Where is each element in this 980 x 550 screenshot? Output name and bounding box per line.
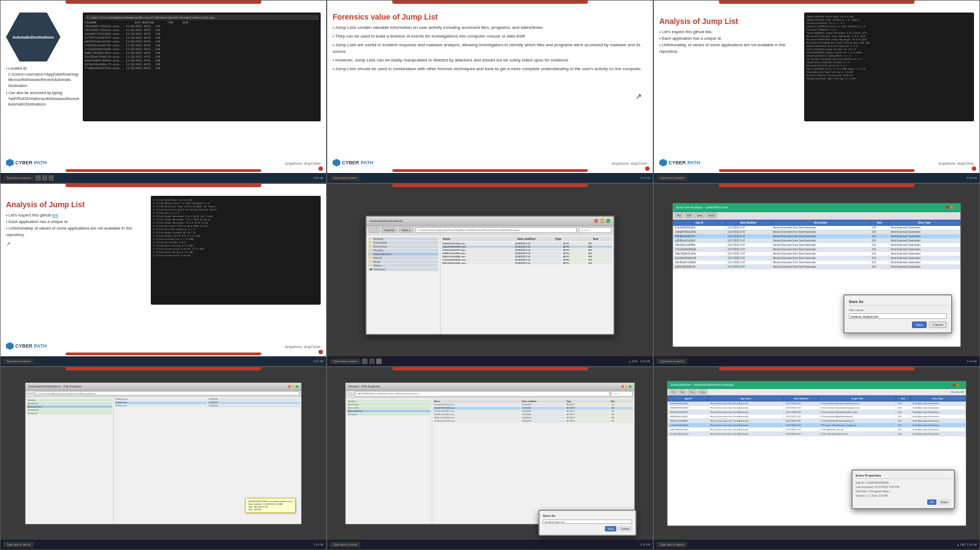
me7-file-1[interactable]: f01b4d95.auto... bbox=[115, 398, 207, 401]
me8-search[interactable]: Search... bbox=[611, 391, 633, 397]
ss9-close[interactable] bbox=[953, 384, 955, 386]
spreadsheet-controls[interactable] bbox=[946, 206, 958, 209]
ss9-min[interactable] bbox=[957, 384, 959, 386]
popup-detail-4: Volume: C:\ | Size: 214 KB bbox=[856, 494, 951, 497]
taskbar-search-7[interactable]: Type here to search bbox=[3, 542, 34, 547]
sidebar-pictures[interactable]: 📁 Pictures bbox=[368, 249, 438, 252]
taskbar-search-2[interactable]: Type here to search bbox=[330, 175, 360, 181]
me8-sb-sel[interactable]: AutomaticDest bbox=[347, 410, 431, 412]
cell-app-5: 3f6b2e5c1a9d4f8e bbox=[673, 243, 725, 247]
file-row-6[interactable]: 7c2a1b3d4e5f6a9b.auto... 11/18/2022 3:12… bbox=[442, 258, 611, 261]
me8-min[interactable] bbox=[625, 385, 628, 388]
cell-date-1: 11/17/2022 3:47 bbox=[726, 225, 771, 230]
me7-sb-2[interactable]: Downloads bbox=[27, 402, 112, 405]
window-controls[interactable] bbox=[594, 219, 610, 223]
search-bar-explorer[interactable]: Search... bbox=[579, 227, 611, 233]
taskbar-search-9[interactable]: Type here to search bbox=[657, 542, 687, 547]
ss9-r1-size: 214 bbox=[896, 401, 911, 405]
sidebar-automatic[interactable]: 📁 AutomaticDest... bbox=[368, 252, 438, 256]
me7-file-2[interactable]: 1b4dd67f.auto... bbox=[115, 401, 207, 404]
file-row-3[interactable]: 5f7b5f1e01b83767.auto... 11/18/2022 3:12… bbox=[442, 249, 611, 251]
file-row-7[interactable]: 9d8e7f6a5b4c3d2e.auto... 11/18/2022 3:12… bbox=[442, 262, 611, 264]
me7-sb-1[interactable]: Desktop bbox=[27, 399, 112, 401]
ss9-max[interactable] bbox=[960, 384, 963, 386]
ss9-file[interactable]: File bbox=[669, 390, 677, 394]
taskbar-search-6[interactable]: Type here to search bbox=[657, 359, 687, 364]
file-row-5[interactable]: 3f6b2e5c1a9d4f8e.auto... 11/18/2022 3:12… bbox=[442, 255, 611, 258]
me8-file-6[interactable]: 7c2a1b3d4e5f6a9b.auto... 11/18/2022 MS-D… bbox=[433, 420, 633, 423]
me7-max[interactable] bbox=[296, 385, 298, 388]
taskbar-search-1[interactable]: Type here to search bbox=[3, 175, 34, 181]
sidebar-desktop[interactable]: 📁 Desktop bbox=[368, 237, 438, 240]
me8-sb-3[interactable]: Documents bbox=[347, 406, 431, 409]
ss9-col-id: App ID bbox=[668, 395, 708, 401]
me8-file-4[interactable]: a0f59f1e6c1a20b2.auto... 11/18/2022 MS-D… bbox=[433, 413, 633, 416]
me8-file-3[interactable]: 5f7b5f1e01b83767.auto... 11/18/2022 MS-D… bbox=[433, 410, 633, 413]
me7-sb-4[interactable]: Computer bbox=[27, 412, 112, 415]
t4-l17: C:\Files\Smart Defrag 5.7.8.867 bbox=[153, 251, 318, 254]
me7-close[interactable] bbox=[288, 385, 291, 388]
ss-max[interactable] bbox=[954, 206, 958, 209]
me8-sb-4[interactable]: Computer bbox=[347, 413, 431, 416]
me7-sb-sel[interactable]: AutomaticDest bbox=[27, 405, 112, 408]
dialog-filename-input[interactable]: JumpList_Analysis.xlsx bbox=[849, 313, 947, 319]
me8-nav[interactable]: ← → ↑ bbox=[347, 393, 354, 395]
github-link[interactable]: link bbox=[52, 213, 58, 218]
sidebar-recent[interactable]: 📁 Recent bbox=[368, 256, 438, 259]
me8-file-5[interactable]: 3f6b2e5c1a9d4f8e.auto... 11/18/2022 MS-D… bbox=[433, 417, 633, 419]
taskbar-search-3[interactable]: Type here to search bbox=[657, 175, 687, 181]
save-filename-8[interactable]: JumpList_Export.csv bbox=[543, 520, 632, 524]
max-btn[interactable] bbox=[606, 219, 610, 223]
ss-tb-file[interactable]: File bbox=[675, 213, 683, 218]
me8-sb-2[interactable]: Downloads bbox=[347, 403, 431, 406]
ss-tb-insert[interactable]: Insert bbox=[706, 213, 717, 218]
sidebar-music[interactable]: 📁 Music bbox=[368, 260, 438, 263]
sidebar-computer[interactable]: 💻 Computer bbox=[368, 268, 438, 271]
toolbar-organize[interactable]: Organize bbox=[382, 227, 397, 233]
taskbar-search-5[interactable]: Type here to search bbox=[330, 359, 360, 364]
data-row-9: d3e4f5a6b7c8d9e0 11/17/2022 3:47 Recent … bbox=[673, 260, 960, 264]
toolbar-file[interactable]: ← → bbox=[369, 227, 379, 233]
ss9-controls[interactable] bbox=[953, 384, 963, 386]
toolbar-views[interactable]: Views ▾ bbox=[399, 227, 413, 233]
ss-close[interactable] bbox=[946, 206, 949, 209]
ss-min[interactable] bbox=[950, 206, 953, 209]
close-btn[interactable] bbox=[594, 219, 598, 223]
popup-ok-9[interactable]: OK bbox=[927, 499, 936, 505]
min-btn[interactable] bbox=[600, 219, 604, 223]
me7-controls[interactable] bbox=[288, 385, 298, 388]
taskbar-3: Type here to search 3:14 AM bbox=[654, 173, 979, 183]
file-row-1[interactable]: f01b4d95cf55d32a.auto... 11/18/2022 3:12… bbox=[442, 242, 611, 245]
clock-5: 3:14 AM bbox=[640, 360, 650, 363]
logo-path-3: PATH bbox=[688, 160, 700, 165]
sidebar-videos[interactable]: 📁 Videos bbox=[368, 264, 438, 267]
me8-close[interactable] bbox=[621, 385, 624, 388]
taskbar-search-4[interactable]: Type here to search bbox=[3, 359, 34, 364]
me7-nav[interactable]: ← → ↑ bbox=[27, 392, 34, 395]
ss9-edit[interactable]: Edit bbox=[678, 390, 687, 394]
me8-controls[interactable] bbox=[621, 385, 632, 388]
ss9-tools[interactable]: Tools bbox=[697, 390, 707, 394]
address-bar[interactable]: C:\Users\Victim\AppData\Roaming\Microsof… bbox=[415, 227, 577, 233]
me8-file-1[interactable]: f01b4d95cf55d32a.auto... 11/18/2022 MS-D… bbox=[433, 404, 633, 406]
me7-sb-3[interactable]: Documents bbox=[27, 409, 112, 411]
file-row-2[interactable]: 1b4dd67f29cb1962.auto... 11/18/2022 3:12… bbox=[442, 245, 611, 248]
me8-max[interactable] bbox=[629, 385, 632, 388]
dialog-cancel-btn[interactable]: Cancel bbox=[929, 322, 947, 328]
ss-tb-view[interactable]: View bbox=[695, 213, 705, 218]
ss9-view[interactable]: View bbox=[688, 390, 697, 394]
col-desc: Description bbox=[771, 220, 870, 225]
taskbar-search-8[interactable]: Type here to search bbox=[330, 542, 360, 547]
me8-sb-1[interactable]: Desktop bbox=[347, 400, 431, 403]
ss-tb-edit[interactable]: Edit bbox=[684, 213, 694, 218]
me8-addr[interactable]: %APPDATA%\Microsoft\Windows\Recent\Autom… bbox=[355, 391, 610, 397]
popup-close-9[interactable]: Close bbox=[938, 499, 951, 505]
me8-file-2[interactable]: 1b4dd67f29cb1962.auto... 11/18/2022 MS-D… bbox=[433, 407, 633, 410]
file-row-4[interactable]: a0f59f1e6c1a20b2.auto... 11/18/2022 3:12… bbox=[442, 252, 611, 255]
me7-addr[interactable]: C:\Users\Victim\AppData\Roaming\Microsof… bbox=[35, 391, 299, 395]
dialog-save-btn[interactable]: Save bbox=[912, 322, 927, 328]
me7-min[interactable] bbox=[292, 385, 295, 388]
sidebar-documents[interactable]: 📁 Documents bbox=[368, 245, 438, 248]
me7-file-3[interactable]: 5f7b5f1e.auto... bbox=[115, 405, 207, 407]
sidebar-downloads[interactable]: 📁 Downloads bbox=[368, 241, 438, 244]
